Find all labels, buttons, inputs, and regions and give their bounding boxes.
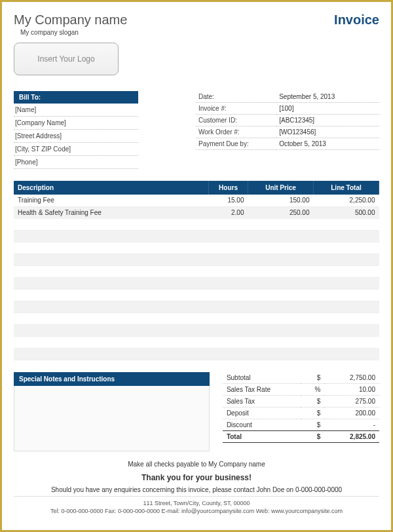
meta-label: Date:: [196, 91, 276, 103]
cell-total: [314, 277, 379, 289]
meta-row: Invoice #:[100]: [196, 103, 379, 115]
cell-hours: [209, 277, 248, 289]
totals-value: 200.00: [324, 407, 379, 419]
totals-symbol: $: [301, 407, 324, 419]
cell-total: [314, 265, 379, 277]
bill-to-box: Bill To: [Name] [Company Name] [Street A…: [14, 91, 138, 169]
table-row: [14, 336, 379, 348]
cell-total: [314, 324, 379, 336]
cell-price: [248, 254, 314, 265]
header-hours: Hours: [209, 181, 248, 195]
meta-label: Customer ID:: [196, 115, 276, 126]
cell-description: [14, 254, 209, 265]
table-row: [14, 265, 379, 277]
cell-description: [14, 218, 209, 230]
table-row: [14, 313, 379, 324]
bill-to-lines: [Name] [Company Name] [Street Address] […: [14, 104, 138, 169]
meta-row: Payment Due by:October 5, 2013: [196, 138, 379, 150]
meta-label: Payment Due by:: [196, 138, 276, 150]
table-row: [14, 218, 379, 230]
totals-symbol: $: [301, 395, 324, 407]
company-name: My Company name: [14, 12, 127, 28]
notes-body[interactable]: [14, 386, 210, 451]
header: My Company name Invoice: [14, 12, 379, 28]
cell-description: [14, 301, 209, 313]
footer-payable: Make all checks payable to My Company na…: [14, 461, 379, 468]
bill-to-name: [Name]: [14, 104, 138, 117]
meta-value: [WO123456]: [276, 126, 379, 138]
cell-hours: [209, 254, 248, 265]
cell-price: [248, 289, 314, 301]
meta-label: Work Order #:: [196, 126, 276, 138]
cell-price: [248, 218, 314, 230]
totals-row: Discount$-: [223, 419, 379, 430]
meta-row: Date:September 5, 2013: [196, 91, 379, 103]
table-row: [14, 324, 379, 336]
company-slogan: My company slogan: [20, 29, 379, 36]
header-unit-price: Unit Price: [248, 181, 314, 195]
logo-placeholder[interactable]: Insert Your Logo: [14, 43, 119, 75]
cell-price: [248, 230, 314, 242]
invoice-meta: Date:September 5, 2013Invoice #:[100]Cus…: [196, 91, 379, 169]
footer-enquiry: Should you have any enquiries concerning…: [14, 486, 379, 493]
meta-row: Work Order #:[WO123456]: [196, 126, 379, 138]
cell-price: 150.00: [248, 195, 314, 206]
cell-description: Health & Safety Training Fee: [14, 206, 209, 218]
totals-symbol: %: [301, 383, 324, 395]
grand-total-label: Total: [223, 430, 301, 442]
bill-to-street: [Street Address]: [14, 130, 138, 143]
totals-label: Sales Tax Rate: [223, 383, 301, 395]
totals-value: 2,750.00: [324, 372, 379, 384]
cell-hours: [209, 242, 248, 254]
cell-hours: [209, 289, 248, 301]
cell-total: 500.00: [314, 206, 379, 218]
cell-hours: 2.00: [209, 206, 248, 218]
cell-description: [14, 277, 209, 289]
cell-hours: [209, 218, 248, 230]
cell-description: [14, 242, 209, 254]
table-row: [14, 289, 379, 301]
cell-total: [314, 348, 379, 360]
cell-total: [314, 254, 379, 265]
bill-to-company: [Company Name]: [14, 117, 138, 130]
totals-value: 275.00: [324, 395, 379, 407]
cell-hours: [209, 230, 248, 242]
cell-hours: [209, 313, 248, 324]
table-row: Training Fee15.00150.002,250.00: [14, 195, 379, 206]
totals-row: Subtotal$2,750.00: [223, 372, 379, 384]
table-row: [14, 230, 379, 242]
footer: Make all checks payable to My Company na…: [14, 461, 379, 516]
totals-value: -: [324, 419, 379, 430]
bottom-section: Special Notes and Instructions Subtotal$…: [14, 372, 379, 451]
notes-box: Special Notes and Instructions: [14, 372, 210, 451]
totals: Subtotal$2,750.00Sales Tax Rate%10.00Sal…: [223, 372, 379, 451]
totals-label: Discount: [223, 419, 301, 430]
cell-description: [14, 313, 209, 324]
table-row: Health & Safety Training Fee2.00250.0050…: [14, 206, 379, 218]
meta-value: [ABC12345]: [276, 115, 379, 126]
cell-hours: 15.00: [209, 195, 248, 206]
cell-price: [248, 242, 314, 254]
meta-value: September 5, 2013: [276, 91, 379, 103]
cell-hours: [209, 265, 248, 277]
cell-price: [248, 348, 314, 360]
cell-price: [248, 324, 314, 336]
cell-total: [314, 336, 379, 348]
cell-total: [314, 218, 379, 230]
totals-value: 10.00: [324, 383, 379, 395]
grand-total-row: Total$2,825.00: [223, 430, 379, 442]
table-row: [14, 277, 379, 289]
meta-row: Customer ID:[ABC12345]: [196, 115, 379, 126]
cell-price: 250.00: [248, 206, 314, 218]
cell-price: [248, 265, 314, 277]
cell-total: [314, 289, 379, 301]
cell-price: [248, 336, 314, 348]
meta-value: October 5, 2013: [276, 138, 379, 150]
cell-total: 2,250.00: [314, 195, 379, 206]
cell-description: Training Fee: [14, 195, 209, 206]
bill-to-phone: [Phone]: [14, 156, 138, 169]
table-row: [14, 301, 379, 313]
notes-header: Special Notes and Instructions: [14, 372, 210, 386]
cell-description: [14, 289, 209, 301]
cell-total: [314, 230, 379, 242]
